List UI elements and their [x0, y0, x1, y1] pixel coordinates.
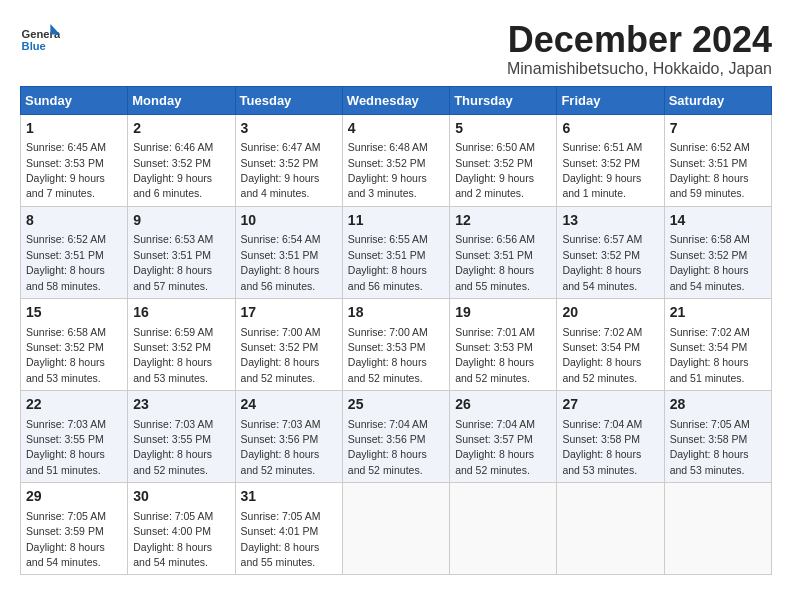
day-number: 13	[562, 211, 658, 231]
calendar-cell: 21 Sunrise: 7:02 AMSunset: 3:54 PMDaylig…	[664, 298, 771, 390]
day-number: 25	[348, 395, 444, 415]
day-number: 15	[26, 303, 122, 323]
calendar-header-row: SundayMondayTuesdayWednesdayThursdayFrid…	[21, 86, 772, 114]
calendar-cell: 23 Sunrise: 7:03 AMSunset: 3:55 PMDaylig…	[128, 391, 235, 483]
day-info: Sunrise: 7:00 AMSunset: 3:52 PMDaylight:…	[241, 326, 321, 384]
calendar-cell: 13 Sunrise: 6:57 AMSunset: 3:52 PMDaylig…	[557, 206, 664, 298]
day-number: 19	[455, 303, 551, 323]
calendar-cell: 29 Sunrise: 7:05 AMSunset: 3:59 PMDaylig…	[21, 483, 128, 575]
calendar-cell: 17 Sunrise: 7:00 AMSunset: 3:52 PMDaylig…	[235, 298, 342, 390]
calendar-cell: 10 Sunrise: 6:54 AMSunset: 3:51 PMDaylig…	[235, 206, 342, 298]
calendar-cell: 18 Sunrise: 7:00 AMSunset: 3:53 PMDaylig…	[342, 298, 449, 390]
day-number: 27	[562, 395, 658, 415]
day-info: Sunrise: 6:45 AMSunset: 3:53 PMDaylight:…	[26, 141, 106, 199]
day-info: Sunrise: 6:46 AMSunset: 3:52 PMDaylight:…	[133, 141, 213, 199]
day-number: 10	[241, 211, 337, 231]
calendar-cell: 12 Sunrise: 6:56 AMSunset: 3:51 PMDaylig…	[450, 206, 557, 298]
day-info: Sunrise: 6:54 AMSunset: 3:51 PMDaylight:…	[241, 233, 321, 291]
day-info: Sunrise: 6:48 AMSunset: 3:52 PMDaylight:…	[348, 141, 428, 199]
day-info: Sunrise: 6:57 AMSunset: 3:52 PMDaylight:…	[562, 233, 642, 291]
day-number: 4	[348, 119, 444, 139]
day-number: 28	[670, 395, 766, 415]
day-number: 14	[670, 211, 766, 231]
day-number: 6	[562, 119, 658, 139]
calendar-cell: 31 Sunrise: 7:05 AMSunset: 4:01 PMDaylig…	[235, 483, 342, 575]
title-block: December 2024 Minamishibetsucho, Hokkaid…	[507, 20, 772, 78]
weekday-header-monday: Monday	[128, 86, 235, 114]
calendar-cell: 15 Sunrise: 6:58 AMSunset: 3:52 PMDaylig…	[21, 298, 128, 390]
day-number: 22	[26, 395, 122, 415]
day-number: 18	[348, 303, 444, 323]
day-number: 23	[133, 395, 229, 415]
day-info: Sunrise: 7:05 AMSunset: 4:01 PMDaylight:…	[241, 510, 321, 568]
calendar-cell	[557, 483, 664, 575]
calendar-cell: 24 Sunrise: 7:03 AMSunset: 3:56 PMDaylig…	[235, 391, 342, 483]
month-title: December 2024	[507, 20, 772, 60]
day-info: Sunrise: 6:58 AMSunset: 3:52 PMDaylight:…	[670, 233, 750, 291]
calendar-cell: 26 Sunrise: 7:04 AMSunset: 3:57 PMDaylig…	[450, 391, 557, 483]
calendar-cell	[342, 483, 449, 575]
calendar-cell: 20 Sunrise: 7:02 AMSunset: 3:54 PMDaylig…	[557, 298, 664, 390]
day-number: 30	[133, 487, 229, 507]
day-info: Sunrise: 7:05 AMSunset: 4:00 PMDaylight:…	[133, 510, 213, 568]
calendar-cell: 4 Sunrise: 6:48 AMSunset: 3:52 PMDayligh…	[342, 114, 449, 206]
day-info: Sunrise: 6:52 AMSunset: 3:51 PMDaylight:…	[26, 233, 106, 291]
day-number: 1	[26, 119, 122, 139]
day-number: 5	[455, 119, 551, 139]
day-number: 26	[455, 395, 551, 415]
calendar-cell: 1 Sunrise: 6:45 AMSunset: 3:53 PMDayligh…	[21, 114, 128, 206]
day-info: Sunrise: 6:51 AMSunset: 3:52 PMDaylight:…	[562, 141, 642, 199]
day-number: 21	[670, 303, 766, 323]
day-info: Sunrise: 7:05 AMSunset: 3:59 PMDaylight:…	[26, 510, 106, 568]
day-info: Sunrise: 6:56 AMSunset: 3:51 PMDaylight:…	[455, 233, 535, 291]
day-info: Sunrise: 7:04 AMSunset: 3:56 PMDaylight:…	[348, 418, 428, 476]
day-info: Sunrise: 6:52 AMSunset: 3:51 PMDaylight:…	[670, 141, 750, 199]
calendar-week-row: 15 Sunrise: 6:58 AMSunset: 3:52 PMDaylig…	[21, 298, 772, 390]
weekday-header-friday: Friday	[557, 86, 664, 114]
day-info: Sunrise: 7:04 AMSunset: 3:57 PMDaylight:…	[455, 418, 535, 476]
calendar-cell: 16 Sunrise: 6:59 AMSunset: 3:52 PMDaylig…	[128, 298, 235, 390]
svg-text:Blue: Blue	[22, 40, 46, 52]
day-number: 3	[241, 119, 337, 139]
day-number: 17	[241, 303, 337, 323]
calendar-cell: 5 Sunrise: 6:50 AMSunset: 3:52 PMDayligh…	[450, 114, 557, 206]
weekday-header-wednesday: Wednesday	[342, 86, 449, 114]
weekday-header-thursday: Thursday	[450, 86, 557, 114]
weekday-header-tuesday: Tuesday	[235, 86, 342, 114]
day-number: 12	[455, 211, 551, 231]
calendar-cell: 6 Sunrise: 6:51 AMSunset: 3:52 PMDayligh…	[557, 114, 664, 206]
calendar-week-row: 29 Sunrise: 7:05 AMSunset: 3:59 PMDaylig…	[21, 483, 772, 575]
day-number: 24	[241, 395, 337, 415]
calendar-cell: 30 Sunrise: 7:05 AMSunset: 4:00 PMDaylig…	[128, 483, 235, 575]
day-info: Sunrise: 6:58 AMSunset: 3:52 PMDaylight:…	[26, 326, 106, 384]
day-number: 16	[133, 303, 229, 323]
day-info: Sunrise: 7:02 AMSunset: 3:54 PMDaylight:…	[562, 326, 642, 384]
calendar-cell	[664, 483, 771, 575]
day-info: Sunrise: 7:04 AMSunset: 3:58 PMDaylight:…	[562, 418, 642, 476]
calendar-cell: 27 Sunrise: 7:04 AMSunset: 3:58 PMDaylig…	[557, 391, 664, 483]
day-number: 29	[26, 487, 122, 507]
location-title: Minamishibetsucho, Hokkaido, Japan	[507, 60, 772, 78]
calendar-cell: 25 Sunrise: 7:04 AMSunset: 3:56 PMDaylig…	[342, 391, 449, 483]
day-info: Sunrise: 6:59 AMSunset: 3:52 PMDaylight:…	[133, 326, 213, 384]
day-info: Sunrise: 6:50 AMSunset: 3:52 PMDaylight:…	[455, 141, 535, 199]
day-number: 2	[133, 119, 229, 139]
day-info: Sunrise: 7:05 AMSunset: 3:58 PMDaylight:…	[670, 418, 750, 476]
calendar-cell: 14 Sunrise: 6:58 AMSunset: 3:52 PMDaylig…	[664, 206, 771, 298]
calendar-week-row: 22 Sunrise: 7:03 AMSunset: 3:55 PMDaylig…	[21, 391, 772, 483]
day-info: Sunrise: 7:01 AMSunset: 3:53 PMDaylight:…	[455, 326, 535, 384]
day-info: Sunrise: 7:02 AMSunset: 3:54 PMDaylight:…	[670, 326, 750, 384]
calendar-cell: 28 Sunrise: 7:05 AMSunset: 3:58 PMDaylig…	[664, 391, 771, 483]
calendar-cell: 22 Sunrise: 7:03 AMSunset: 3:55 PMDaylig…	[21, 391, 128, 483]
calendar-cell: 11 Sunrise: 6:55 AMSunset: 3:51 PMDaylig…	[342, 206, 449, 298]
day-number: 8	[26, 211, 122, 231]
day-info: Sunrise: 7:00 AMSunset: 3:53 PMDaylight:…	[348, 326, 428, 384]
day-number: 7	[670, 119, 766, 139]
day-number: 31	[241, 487, 337, 507]
calendar-cell: 7 Sunrise: 6:52 AMSunset: 3:51 PMDayligh…	[664, 114, 771, 206]
day-info: Sunrise: 7:03 AMSunset: 3:55 PMDaylight:…	[133, 418, 213, 476]
weekday-header-saturday: Saturday	[664, 86, 771, 114]
day-number: 11	[348, 211, 444, 231]
day-number: 9	[133, 211, 229, 231]
calendar-table: SundayMondayTuesdayWednesdayThursdayFrid…	[20, 86, 772, 576]
